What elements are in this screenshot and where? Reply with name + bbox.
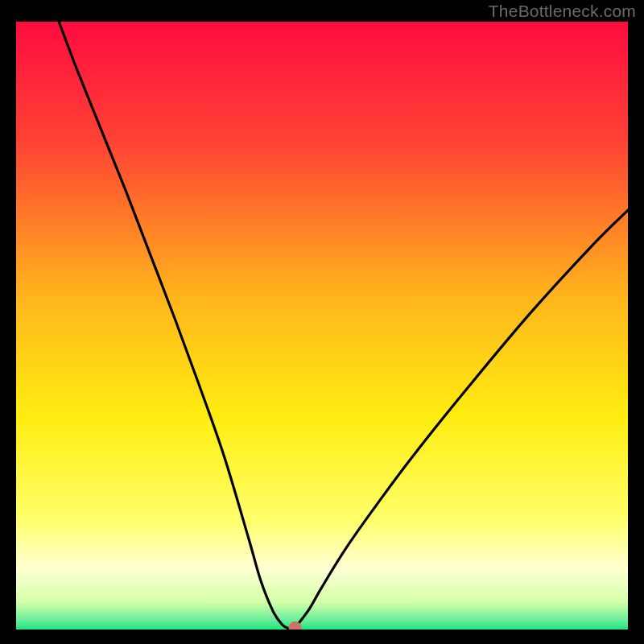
gradient-background	[16, 22, 628, 630]
chart-frame: TheBottleneck.com	[0, 0, 644, 644]
plot-svg	[16, 22, 628, 630]
watermark-text: TheBottleneck.com	[489, 2, 636, 21]
plot-area	[16, 22, 628, 630]
